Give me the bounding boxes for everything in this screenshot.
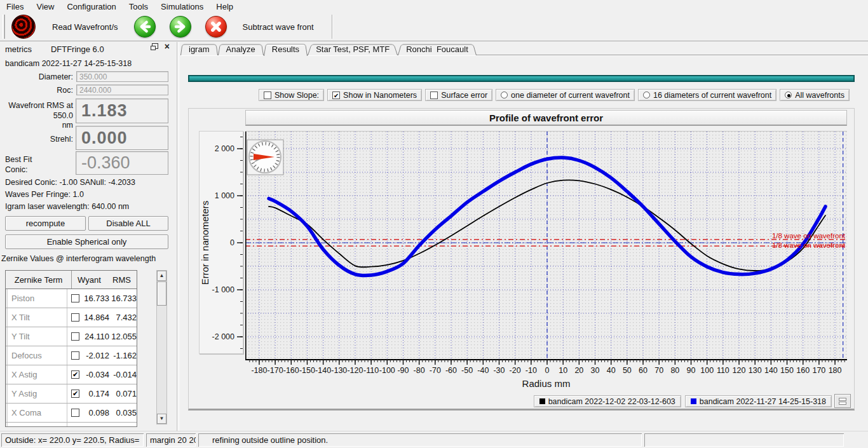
status-message: refining outside outline position.	[198, 433, 642, 447]
svg-text:0: 0	[545, 366, 550, 375]
tab-bar: igramAnalyzeResultsStar Test, PSF, MTFRo…	[180, 42, 477, 55]
legend-item[interactable]: bandicam 2022-12-02 22-03-12-603	[534, 395, 681, 407]
zernike-row-y-coma[interactable]: Y Coma-0.004-0.001	[6, 423, 137, 427]
zernike-term: Y Coma	[6, 423, 67, 427]
checkbox-show-in-nanometers[interactable]: ✔Show in Nanometers	[327, 89, 422, 101]
svg-text:130: 130	[749, 366, 762, 375]
checkbox-surface-error[interactable]: Surface error	[425, 89, 492, 101]
menu-item-help[interactable]: Help	[210, 1, 240, 13]
status-bar: Outside: x= 220.0 y= 220.5, Radius= 200.…	[0, 431, 868, 448]
menu-item-configuration[interactable]: Configuration	[60, 1, 122, 13]
legend-item[interactable]: bandicam 2022-11-27 14-25-15-318	[685, 395, 832, 407]
zernike-row-x-coma[interactable]: X Coma0.0980.035	[6, 404, 137, 423]
zernike-term: Y Astig	[6, 384, 67, 403]
svg-text:1 000: 1 000	[215, 191, 234, 200]
scroll-thumb[interactable]	[157, 282, 166, 306]
dock-close-icon[interactable]: ×	[165, 43, 170, 50]
dock-tab-metrics[interactable]: metrics	[5, 44, 32, 54]
previous-wavefront-button[interactable]	[134, 16, 156, 37]
rms-value: 12.055	[109, 332, 137, 341]
rms-value: -1.162	[109, 351, 137, 360]
tab-label: igram	[189, 44, 210, 54]
checkbox-show-slope-[interactable]: Show Slope:	[259, 89, 324, 101]
dock-float-icon[interactable]	[151, 43, 158, 50]
menu-item-files[interactable]: Files	[0, 1, 30, 13]
arrow-left-icon	[135, 17, 154, 36]
radio-16-diameters-of-current-wavefr[interactable]: 16 diameters of current wavefront	[638, 89, 776, 101]
tab-igram[interactable]: igram	[180, 43, 218, 55]
profile-chart: Profile of wavefront error Error in nano…	[188, 108, 855, 411]
roc-field[interactable]: 2440.000	[76, 85, 168, 95]
radio-icon	[501, 92, 508, 98]
scroll-down-button[interactable]: ▼	[157, 414, 166, 424]
next-wavefront-button[interactable]	[170, 16, 191, 37]
tab-results[interactable]: Results	[264, 43, 308, 56]
zernike-scrollbar[interactable]: ▲ ▼	[156, 270, 167, 424]
dftfringe-window: FilesViewConfigurationToolsSimulationsHe…	[0, 0, 868, 448]
zernike-checkbox[interactable]: ✔	[71, 390, 79, 398]
menu-item-view[interactable]: View	[30, 1, 60, 13]
col-rms[interactable]: RMS	[112, 275, 131, 285]
zernike-term: X Coma	[6, 404, 67, 422]
col-wyant[interactable]: Wyant	[78, 275, 101, 285]
toolbar-drag-handle[interactable]	[3, 15, 5, 39]
zernike-row-y-tilt[interactable]: Y Tilt24.11012.055	[6, 327, 137, 346]
tab-ronchi-foucault[interactable]: Ronchi Foucault	[398, 43, 477, 55]
dock-title-bar[interactable]: metrics DFTFringe 6.0 ×	[0, 42, 180, 56]
menu-item-simulations[interactable]: Simulations	[154, 1, 210, 13]
recompute-button[interactable]: recompute	[5, 216, 86, 231]
radio-one-diameter-of-current-wavefr[interactable]: one diameter of current wavefront	[496, 89, 635, 101]
plot-svg: 1/8 wave on wavefront1/8 wave on wavefro…	[245, 132, 847, 360]
zernike-row-defocus[interactable]: Defocus-2.012-1.162	[6, 346, 137, 365]
zernike-row-x-tilt[interactable]: X Tilt14.8647.432	[6, 308, 137, 327]
tab-analyze[interactable]: Analyze	[218, 43, 264, 55]
svg-text:0: 0	[230, 238, 234, 247]
zernike-term: Defocus	[6, 346, 67, 365]
zernike-row-y-astig[interactable]: Y Astig✔0.1740.071	[6, 384, 137, 404]
zernike-checkbox[interactable]	[71, 313, 79, 322]
radio-label: All wavefronts	[795, 91, 844, 100]
zernike-table-header[interactable]: Zernike Term Wyant RMS	[6, 271, 137, 289]
scroll-up-button[interactable]: ▲	[157, 271, 166, 281]
enable-spherical-button[interactable]: Enable Spherical only	[5, 234, 168, 249]
main-area: igramAnalyzeResultsStar Test, PSF, MTFRo…	[180, 42, 868, 431]
tab-label: Results	[272, 44, 299, 54]
zernike-checkbox[interactable]: ✔	[71, 370, 79, 379]
zernike-term: Y Tilt	[6, 327, 67, 346]
svg-text:-20: -20	[510, 366, 521, 375]
interferogram-swirl-icon[interactable]	[11, 15, 36, 39]
tab-star-test[interactable]: Star Test, PSF, MTF	[308, 43, 398, 55]
col-zernike-term[interactable]: Zernike Term	[6, 271, 72, 288]
rms-value: 7.432	[109, 313, 137, 322]
zernike-values: -2.012-1.162	[67, 351, 137, 360]
zernike-row-x-astig[interactable]: X Astig✔-0.034-0.014	[6, 365, 137, 384]
svg-text:-70: -70	[430, 366, 441, 375]
zernike-checkbox[interactable]	[71, 294, 79, 302]
tab-label: Analyze	[226, 44, 255, 54]
wyant-value: 0.098	[82, 408, 109, 417]
x-axis-title: Radius mm	[245, 378, 847, 389]
plot-area[interactable]: 1/8 wave on wavefront1/8 wave on wavefro…	[245, 131, 847, 360]
zernike-values: 16.73316.733	[67, 294, 137, 303]
svg-text:20: 20	[574, 366, 583, 375]
zernike-checkbox[interactable]	[71, 351, 79, 360]
delete-wavefront-button[interactable]	[205, 16, 227, 37]
menu-item-tools[interactable]: Tools	[123, 1, 154, 13]
legend-label: bandicam 2022-12-02 22-03-12-603	[548, 397, 675, 406]
metrics-dock: metrics DFTFringe 6.0 × bandicam 2022-11…	[0, 42, 180, 431]
zernike-values: ✔0.1740.071	[67, 389, 137, 398]
radio-all-wavefronts[interactable]: All wavefronts	[780, 89, 850, 101]
checkbox-icon	[430, 92, 438, 99]
zernike-checkbox[interactable]	[71, 409, 79, 417]
svg-text:170: 170	[812, 366, 825, 375]
layout-toggle-button[interactable]	[834, 394, 851, 408]
zernike-row-piston[interactable]: Piston16.73316.733	[6, 289, 137, 308]
diameter-field[interactable]: 350.000	[76, 71, 168, 82]
svg-text:-150: -150	[299, 366, 315, 375]
zernike-checkbox[interactable]	[71, 332, 79, 341]
svg-text:-10: -10	[526, 366, 537, 375]
svg-text:-180: -180	[251, 366, 267, 375]
disable-all-button[interactable]: Disable ALL	[88, 216, 168, 231]
rms-value: 0.071	[109, 389, 137, 398]
checkbox-label: Show Slope:	[275, 91, 319, 100]
